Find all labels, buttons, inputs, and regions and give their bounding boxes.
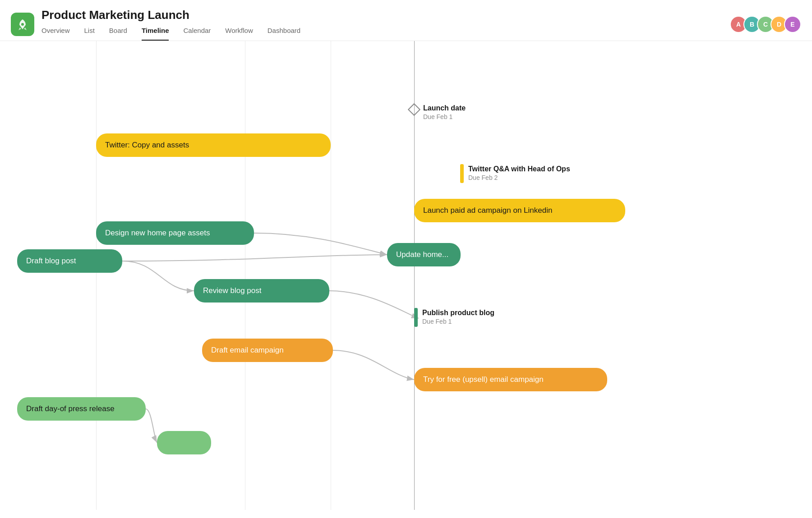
header: Product Marketing Launch Overview List B… [0, 0, 812, 41]
timeline-canvas: Twitter: Copy and assets Design new home… [0, 41, 812, 510]
task-review-blog[interactable]: Review blog post [194, 279, 329, 303]
nav-tabs: Overview List Board Timeline Calendar Wo… [42, 27, 730, 41]
connectors-svg [0, 41, 812, 510]
grid-line-1 [96, 41, 97, 510]
milestone-rect-green-icon [414, 308, 418, 327]
tab-board[interactable]: Board [109, 27, 127, 41]
app-icon [11, 13, 34, 36]
task-update-home[interactable]: Update home... [387, 243, 461, 266]
task-unknown-green[interactable] [157, 431, 211, 454]
task-design-home[interactable]: Design new home page assets [96, 221, 254, 245]
tab-overview[interactable]: Overview [42, 27, 70, 41]
connector-email-upsell [333, 350, 414, 380]
tab-timeline[interactable]: Timeline [142, 27, 169, 41]
avatars: A B C D E [730, 16, 801, 33]
grid-line-3 [331, 41, 331, 510]
tab-calendar[interactable]: Calendar [183, 27, 211, 41]
avatar-5: E [784, 16, 801, 33]
project-title: Product Marketing Launch [42, 8, 730, 22]
task-launch-linkedin[interactable]: Launch paid ad campaign on Linkedin [414, 199, 625, 222]
milestone-publish-blog: Publish product blog Due Feb 1 [414, 308, 494, 327]
task-upsell-email[interactable]: Try for free (upsell) email campaign [414, 368, 607, 391]
task-twitter-copy[interactable]: Twitter: Copy and assets [96, 133, 331, 157]
header-right: Product Marketing Launch Overview List B… [42, 8, 730, 41]
task-draft-press[interactable]: Draft day-of press release [17, 397, 146, 421]
connector-blog-update [122, 255, 387, 261]
tab-dashboard[interactable]: Dashboard [268, 27, 300, 41]
svg-point-0 [21, 23, 24, 26]
tab-list[interactable]: List [84, 27, 95, 41]
task-draft-blog[interactable]: Draft blog post [17, 249, 122, 273]
milestone-launch-date: Launch date Due Feb 1 [410, 104, 466, 120]
tab-workflow[interactable]: Workflow [225, 27, 253, 41]
milestone-rect-icon [460, 164, 464, 183]
grid-line-2 [245, 41, 245, 510]
connector-review-publish [329, 291, 419, 318]
connector-press-release [146, 409, 157, 443]
task-draft-email[interactable]: Draft email campaign [202, 339, 333, 362]
milestone-twitter-qa: Twitter Q&A with Head of Ops Due Feb 2 [460, 164, 570, 183]
connector-blog-review [122, 261, 194, 291]
diamond-icon [408, 103, 420, 116]
connector-design-update [254, 233, 387, 255]
